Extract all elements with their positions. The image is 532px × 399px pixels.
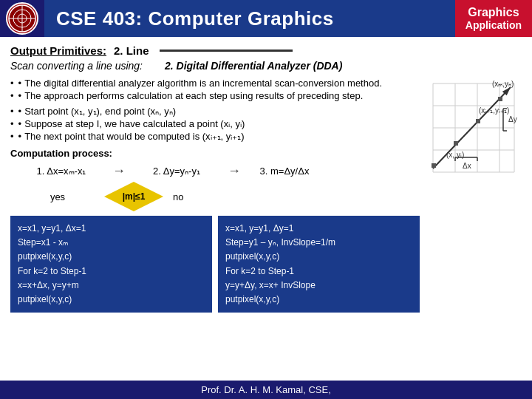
code-left-line-2: Step=x1 - xₘ <box>18 236 205 250</box>
code-row: x=x1, y=y1, Δx=1 Step=x1 - xₘ putpixel(x… <box>10 216 420 313</box>
arrow2-icon: → <box>228 163 241 179</box>
logo-area <box>0 0 44 37</box>
code-left-line-5: x=x+Δx, y=y+m <box>18 279 205 293</box>
steps-row: 1. Δx=xₘ-x₁ → 2. Δy=yₙ-y₁ → 3. m=Δy/Δx <box>10 163 420 179</box>
point-3-icon: • <box>18 131 22 142</box>
diamond-text: |m|≤1 <box>123 191 146 202</box>
footer: Prof. Dr. A. H. M. Kamal, CSE, <box>0 381 532 399</box>
svg-rect-29 <box>454 141 458 146</box>
code-right-line-3: putpixel(x,y,c) <box>225 250 412 264</box>
svg-rect-30 <box>476 119 480 123</box>
code-left-line-4: For k=2 to Step-1 <box>18 265 205 279</box>
code-box-right: x=x1, y=y1, Δy=1 Step=y1 – yₙ, InvSlope=… <box>218 216 420 313</box>
header: CSE 403: Computer Graphics Graphics Appl… <box>0 0 532 37</box>
badge-line2: Application <box>466 19 522 31</box>
bullet-1-icon: • <box>18 78 22 89</box>
bullet-2-icon: • <box>18 90 22 101</box>
dda-label: 2. Digital Differential Analyzer (DDA) <box>165 60 342 72</box>
footer-text: Prof. Dr. A. H. M. Kamal, CSE, <box>201 384 331 395</box>
arrow1-icon: → <box>112 163 126 179</box>
svg-rect-31 <box>498 97 502 101</box>
output-primitives-label: Output Primitives: <box>10 44 106 57</box>
point-bullet-2: • Suppose at step I, we have calculated … <box>10 118 420 129</box>
point-2-icon: • <box>18 118 22 129</box>
svg-text:(xᵢ₊₁,yᵢ₊₁): (xᵢ₊₁,yᵢ₊₁) <box>479 106 509 115</box>
line-bar-decoration <box>160 50 293 52</box>
diamond-shape: |m|≤1 <box>104 182 163 211</box>
code-right-line-4: For k=2 to Step-1 <box>225 265 412 279</box>
code-left-line-3: putpixel(x,y,c) <box>18 250 205 264</box>
point-1-icon: • <box>18 106 22 117</box>
computation-label: Computation process: <box>10 148 420 159</box>
diagram-svg: (xₘ,yₙ) (xᵢ₊₁,yᵢ₊₁) Δy (x, yᵢ) Δx <box>426 76 522 283</box>
page-title: CSE 403: Computer Graphics <box>56 7 334 30</box>
logo <box>6 2 38 35</box>
line-label: 2. Line <box>114 44 149 57</box>
step3-label: 3. m=Δy/Δx <box>244 166 325 177</box>
left-content: • Start point (x₁, y₁), end point (xₙ, y… <box>10 106 420 313</box>
code-right-line-6: putpixel(x,y,c) <box>225 293 412 307</box>
diagram-area: (xₘ,yₙ) (xᵢ₊₁,yᵢ₊₁) Δy (x, yᵢ) Δx <box>426 76 522 286</box>
svg-rect-28 <box>432 163 436 168</box>
title-area: CSE 403: Computer Graphics <box>44 0 455 37</box>
point-bullet-3: • The next point that would be computed … <box>10 131 420 142</box>
step1-label: 1. Δx=xₘ-x₁ <box>13 166 109 177</box>
badge-line1: Graphics <box>468 6 519 19</box>
code-left-line-6: putpixel(x,y,c) <box>18 293 205 307</box>
code-right-line-5: y=y+Δy, x=x+ InvSlope <box>225 279 412 293</box>
code-box-left: x=x1, y=y1, Δx=1 Step=x1 - xₘ putpixel(x… <box>10 216 212 313</box>
point-1-text: Start point (x₁, y₁), end point (xₙ, yₙ) <box>24 106 176 117</box>
diamond-container: |m|≤1 <box>102 180 166 213</box>
point-3-text: The next point that would be computed is… <box>24 131 245 142</box>
code-right-line-1: x=x1, y=y1, Δy=1 <box>225 222 412 236</box>
svg-text:(xₘ,yₙ): (xₘ,yₙ) <box>492 80 514 88</box>
main-content: Output Primitives: 2. Line Scan converti… <box>0 37 532 320</box>
scan-row: Scan converting a line using: 2. Digital… <box>10 60 522 72</box>
badge-area: Graphics Application <box>455 0 532 37</box>
code-right-line-2: Step=y1 – yₙ, InvSlope=1/m <box>225 236 412 250</box>
points-section: • Start point (x₁, y₁), end point (xₙ, y… <box>10 106 420 142</box>
scan-label: Scan converting a line using: <box>10 60 143 72</box>
bullet-2-text: The approach performs calculation at eac… <box>24 90 363 101</box>
svg-text:Δx: Δx <box>463 162 471 170</box>
step2-label: 2. Δy=yₙ-y₁ <box>129 166 225 177</box>
no-label: no <box>173 191 183 202</box>
svg-text:Δy: Δy <box>508 115 517 123</box>
bullet-1-text: The digital differential analyzer algori… <box>24 78 382 89</box>
primitives-row: Output Primitives: 2. Line <box>10 44 522 57</box>
code-left-line-1: x=x1, y=y1, Δx=1 <box>18 222 205 236</box>
yes-label: yes <box>13 191 102 202</box>
point-2-text: Suppose at step I, we have calculated a … <box>24 118 245 129</box>
content-with-diagram: • Start point (x₁, y₁), end point (xₙ, y… <box>10 106 522 313</box>
flow-row: yes |m|≤1 no <box>10 180 420 213</box>
point-bullet-1: • Start point (x₁, y₁), end point (xₙ, y… <box>10 106 420 117</box>
